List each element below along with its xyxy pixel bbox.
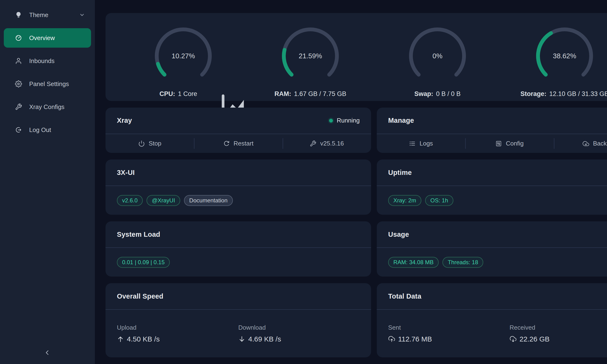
dashboard-icon — [15, 34, 22, 41]
theme-label: Theme — [29, 11, 48, 19]
tag-xrayui[interactable]: @XrayUI — [146, 195, 180, 206]
total-data-card-header: Total Data — [377, 283, 607, 310]
metric-upload: Upload 4.50 KB /s — [117, 324, 238, 357]
arrow-down-icon — [238, 336, 245, 343]
running-status-dot — [329, 119, 333, 122]
sidebar-item-log-out[interactable]: Log Out — [4, 120, 91, 140]
sidebar-item-label: Panel Settings — [29, 80, 69, 88]
total-data-card-title: Total Data — [388, 292, 421, 300]
chevron-down-icon — [79, 12, 85, 18]
action-button-backup[interactable]: Backup — [554, 134, 607, 153]
gauge-label: Storage:12.10 GB / 31.33 GB — [520, 90, 607, 98]
xui-card-header: 3X-UI — [106, 159, 371, 186]
manage-actions-row: LogsConfigBackup — [377, 134, 607, 153]
action-button-logs[interactable]: Logs — [377, 134, 465, 153]
main-content: 10.27% CPU:1 Core 21.59% RAM:1.67 GB / 7… — [95, 0, 607, 364]
action-button-label: Backup — [593, 140, 607, 147]
sidebar-collapse-button[interactable] — [40, 347, 55, 358]
xui-card: 3X-UI v2.6.0@XrayUIDocumentation — [106, 159, 371, 215]
metric-label: Sent — [388, 324, 510, 331]
usage-card: Usage RAM: 34.08 MBThreads: 18 — [377, 221, 607, 276]
xray-card: Xray Running StopRestartv25.5.16 — [106, 108, 371, 153]
tag-os-1h: OS: 1h — [425, 195, 453, 206]
metric-sent: Sent 112.76 MB — [388, 324, 510, 357]
sidebar-item-overview[interactable]: Overview — [4, 28, 91, 48]
metric-value: 4.50 KB /s — [117, 335, 238, 343]
action-button-label: Logs — [420, 140, 433, 147]
cloud-icon — [582, 140, 589, 147]
total-data-card: Total Data Sent 112.76 MBReceived 22.26 … — [377, 283, 607, 357]
cloud-download-icon — [510, 336, 517, 343]
app-root: Theme OverviewInboundsPanel SettingsXray… — [0, 0, 607, 364]
system-load-tags-row: 0.01 | 0.09 | 0.15 — [106, 248, 371, 276]
tag-xray-2m: Xray: 2m — [388, 195, 421, 206]
metric-label: Download — [238, 324, 360, 331]
tag-documentation[interactable]: Documentation — [184, 195, 233, 206]
list-icon — [409, 140, 416, 147]
overall-speed-card-title: Overall Speed — [117, 292, 163, 300]
gauge-ring: 21.59% — [278, 24, 342, 88]
gauge-label: RAM:1.67 GB / 7.75 GB — [274, 90, 346, 98]
sidebar-item-label: Inbounds — [29, 57, 54, 65]
gauge-ring: 10.27% — [151, 24, 215, 88]
tag-v2-6-0[interactable]: v2.6.0 — [117, 195, 143, 206]
system-load-card-header: System Load — [106, 221, 371, 248]
gauge-percent: 10.27% — [151, 24, 215, 88]
tag-ram-34-08-mb: RAM: 34.08 MB — [388, 257, 439, 268]
sidebar-item-theme[interactable]: Theme — [4, 5, 91, 25]
gauge-label: Swap:0 B / 0 B — [414, 90, 461, 98]
gauge-label: CPU:1 Core — [159, 90, 207, 98]
system-stats-card: 10.27% CPU:1 Core 21.59% RAM:1.67 GB / 7… — [106, 13, 607, 101]
total-data-columns: Sent 112.76 MBReceived 22.26 GB — [377, 310, 607, 357]
xui-tags-row: v2.6.0@XrayUIDocumentation — [106, 186, 371, 215]
action-button-restart[interactable]: Restart — [194, 134, 282, 153]
action-button-label: Stop — [149, 140, 161, 147]
usage-tags-row: RAM: 34.08 MBThreads: 18 — [377, 248, 607, 276]
manage-card: Manage LogsConfigBackup — [377, 108, 607, 153]
metric-download: Download 4.69 KB /s — [238, 324, 360, 357]
action-button-label: Config — [506, 140, 524, 147]
action-button-stop[interactable]: Stop — [106, 134, 194, 153]
system-load-card-title: System Load — [117, 231, 160, 238]
metric-value: 112.76 MB — [388, 335, 510, 343]
sidebar-nav: OverviewInboundsPanel SettingsXray Confi… — [0, 28, 95, 140]
tag-0-01-0-09-0-15: 0.01 | 0.09 | 0.15 — [117, 257, 170, 268]
cloud-upload-icon — [388, 336, 395, 343]
uptime-card: Uptime Xray: 2mOS: 1h — [377, 159, 607, 215]
action-button-config[interactable]: Config — [465, 134, 554, 153]
gauge-ring: 38.62% — [533, 24, 596, 88]
sliders-icon — [495, 140, 502, 147]
cpu-chart-button[interactable] — [200, 91, 207, 98]
uptime-card-header: Uptime — [377, 159, 607, 186]
logout-icon — [15, 126, 22, 133]
usage-card-header: Usage — [377, 221, 607, 248]
gauge-ring: 0% — [406, 24, 469, 88]
sidebar-item-label: Xray Configs — [29, 103, 65, 111]
wrench-icon — [310, 140, 316, 147]
overall-speed-card: Overall Speed Upload 4.50 KB /sDownload … — [106, 283, 371, 357]
action-button-label: Restart — [234, 140, 253, 147]
sidebar: Theme OverviewInboundsPanel SettingsXray… — [0, 0, 95, 364]
gauge-ram: 21.59% RAM:1.67 GB / 7.75 GB — [247, 24, 374, 98]
wrench-icon — [15, 103, 22, 110]
overall-speed-card-header: Overall Speed — [106, 283, 371, 310]
gauge-swap: 0% Swap:0 B / 0 B — [374, 24, 501, 98]
sidebar-item-inbounds[interactable]: Inbounds — [4, 51, 91, 71]
tag-threads-18: Threads: 18 — [442, 257, 483, 268]
gauge-percent: 21.59% — [278, 24, 342, 88]
xray-card-header: Xray Running — [106, 108, 371, 134]
metric-value: 4.69 KB /s — [238, 335, 360, 343]
running-status-label: Running — [337, 117, 360, 124]
manage-card-title: Manage — [388, 117, 414, 124]
metric-label: Upload — [117, 324, 238, 331]
metric-value: 22.26 GB — [510, 335, 607, 343]
gauge-percent: 0% — [406, 24, 469, 88]
overall-speed-columns: Upload 4.50 KB /sDownload 4.69 KB /s — [106, 310, 371, 357]
manage-card-header: Manage — [377, 108, 607, 134]
sidebar-item-panel-settings[interactable]: Panel Settings — [4, 74, 91, 94]
action-button-v25-5-16[interactable]: v25.5.16 — [283, 134, 371, 153]
xui-card-title: 3X-UI — [117, 169, 135, 177]
sidebar-item-xray-configs[interactable]: Xray Configs — [4, 97, 91, 117]
usage-card-title: Usage — [388, 231, 409, 238]
sidebar-item-label: Overview — [29, 34, 55, 42]
